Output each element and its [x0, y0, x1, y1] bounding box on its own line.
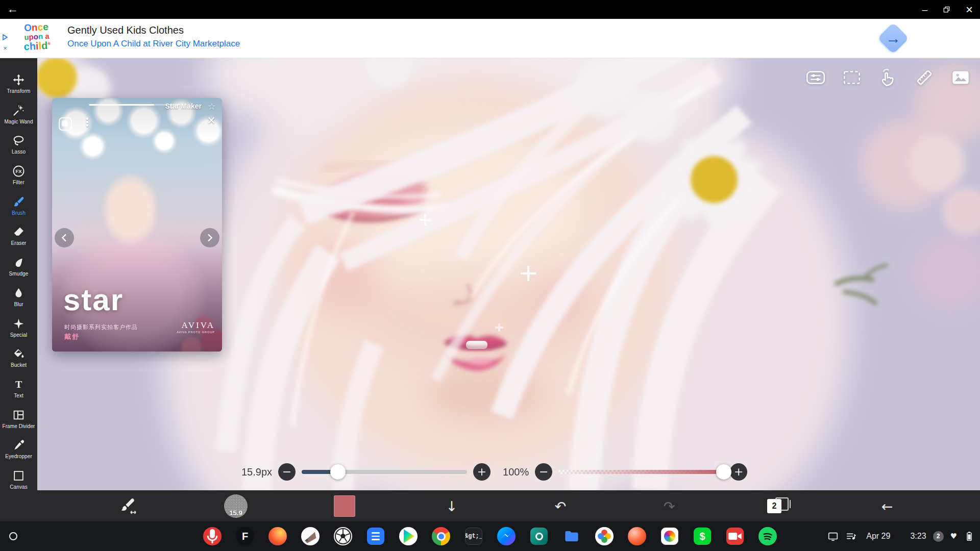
tool-frame-divider[interactable]: Frame Divider: [0, 406, 37, 436]
opacity-decrease-button[interactable]: −: [535, 463, 552, 481]
tray-time[interactable]: 3:23: [910, 532, 926, 541]
tool-blur[interactable]: Blur: [0, 284, 37, 314]
tool-eraser[interactable]: Eraser: [0, 222, 37, 253]
canvas-hud-icons: [804, 66, 972, 89]
brush-size-decrease-button[interactable]: −: [278, 463, 296, 481]
ad-dismiss-icon[interactable]: ×: [3, 45, 7, 52]
drawing-canvas[interactable]: Star Maker ☆ ⋮ × star 时尚摄影系列实拍客户作品 戴舒 AV…: [37, 58, 980, 490]
tool-transform[interactable]: Transform: [0, 70, 37, 101]
folder-icon: [562, 527, 581, 545]
gesture-button[interactable]: [877, 66, 899, 89]
ad-link[interactable]: Once Upon A Child at River City Marketpl…: [67, 39, 240, 49]
f-app-icon[interactable]: F: [235, 526, 255, 546]
smudge-icon: [12, 256, 25, 269]
undo-button[interactable]: ↶: [555, 499, 567, 513]
star-icon[interactable]: ☆: [208, 101, 216, 112]
spotify-app-icon[interactable]: [757, 526, 778, 546]
back-button[interactable]: ←: [7, 3, 18, 16]
popup-ad-card[interactable]: Star Maker ☆ ⋮ × star 时尚摄影系列实拍客户作品 戴舒 AV…: [52, 98, 222, 352]
video-camera-app-icon[interactable]: [725, 526, 745, 546]
reference-image-button[interactable]: [949, 66, 972, 89]
lasso-icon: [12, 134, 25, 147]
launcher-button[interactable]: [6, 529, 20, 543]
recorder-app-icon[interactable]: [202, 526, 223, 546]
cash-app-icon[interactable]: $: [692, 526, 713, 546]
eraser-icon: [12, 226, 25, 238]
opacity-slider[interactable]: [558, 470, 724, 474]
ad-visit-button[interactable]: →: [879, 24, 908, 53]
tool-filter[interactable]: FX Filter: [0, 162, 37, 192]
brush-hud: 15.9px − + 100% − +: [241, 461, 747, 483]
opacity-value: 100%: [503, 466, 529, 478]
layers-button[interactable]: 2: [767, 497, 789, 515]
ibispaint-app-icon[interactable]: [659, 526, 680, 546]
tool-eyedropper[interactable]: Eyedropper: [0, 436, 37, 466]
camera-app-icon[interactable]: [529, 526, 549, 546]
ad-title: Gently Used Kids Clothes: [67, 24, 240, 36]
brush-size-thumb[interactable]: [330, 464, 346, 480]
play-store-app-icon[interactable]: [398, 526, 419, 546]
sparkle-icon: [12, 317, 25, 330]
ad-brand-block: AVIVA AVIVA PHOTO GROUP: [177, 320, 215, 334]
tool-smudge[interactable]: Smudge: [0, 253, 37, 284]
selection-button[interactable]: [841, 66, 863, 89]
back-panel-button[interactable]: ←: [881, 499, 893, 513]
tool-special[interactable]: Special: [0, 314, 37, 345]
ad-prev-button[interactable]: [55, 228, 74, 247]
cast-icon[interactable]: [827, 531, 839, 542]
window-controls: – ×: [922, 0, 973, 19]
ad-thumbnail-icon[interactable]: [59, 117, 72, 131]
pencil-icon: [301, 527, 320, 545]
ad-menu-icon[interactable]: ⋮: [82, 116, 93, 129]
docs-app-icon[interactable]: [365, 526, 386, 546]
ad-next-button[interactable]: [200, 228, 219, 247]
pinned-apps: F &gt;_ $: [202, 526, 778, 546]
magic-wand-icon: [12, 104, 25, 117]
soccer-app-icon[interactable]: [333, 526, 353, 546]
window-titlebar: ← – ×: [0, 0, 980, 19]
brush-preview-button[interactable]: 15.9: [224, 494, 248, 518]
chrome-app-icon[interactable]: [431, 526, 451, 546]
firefox-app-icon[interactable]: [267, 526, 288, 546]
ad-brand-sub: AVIVA PHOTO GROUP: [177, 331, 215, 334]
tool-bucket[interactable]: Bucket: [0, 344, 37, 375]
photos-app-icon[interactable]: [594, 526, 615, 546]
messenger-app-icon[interactable]: [496, 526, 517, 546]
files-app-icon[interactable]: [561, 526, 582, 546]
close-window-button[interactable]: ×: [966, 4, 973, 16]
current-color-swatch: [334, 495, 355, 517]
restore-icon: [943, 6, 950, 13]
ad-close-button[interactable]: ×: [207, 114, 215, 128]
tool-magic-wand[interactable]: Magic Wand: [0, 101, 37, 132]
spotify-waves-icon: [758, 527, 777, 545]
system-tray[interactable]: Apr 29 3:23 2 ♥: [827, 521, 975, 551]
color-swatch-button[interactable]: [334, 495, 355, 517]
tool-lasso[interactable]: Lasso: [0, 131, 37, 162]
tool-canvas[interactable]: Canvas: [0, 466, 37, 497]
brush-size-slider[interactable]: [302, 470, 467, 474]
pencil-app-icon[interactable]: [300, 526, 321, 546]
tray-date[interactable]: Apr 29: [866, 532, 890, 541]
restore-button[interactable]: [943, 6, 950, 13]
ruler-button[interactable]: [913, 66, 936, 89]
brush-size-increase-button[interactable]: +: [473, 463, 491, 481]
ad-caption-1: 时尚摄影系列实拍客户作品: [64, 323, 138, 331]
orange-ball-app-icon[interactable]: [627, 526, 647, 546]
opacity-increase-button[interactable]: +: [730, 463, 747, 481]
hide-panel-button[interactable]: ↓: [446, 499, 458, 513]
adchoices-controls: ×: [2, 33, 8, 52]
tool-sidebar: Transform Magic Wand Lasso FX Filter Bru…: [0, 58, 37, 521]
notification-badge[interactable]: 2: [933, 531, 944, 542]
brush-transform-toggle-button[interactable]: [118, 496, 138, 516]
marquee-icon: [841, 67, 863, 88]
battery-icon: [964, 531, 975, 542]
tool-text[interactable]: T Text: [0, 375, 37, 406]
media-queue-icon[interactable]: [845, 531, 856, 542]
terminal-app-icon[interactable]: &gt;_: [463, 526, 484, 546]
adchoices-icon[interactable]: [2, 33, 8, 42]
opacity-thumb[interactable]: [716, 464, 731, 480]
tool-brush[interactable]: Brush: [0, 192, 37, 223]
minimize-button[interactable]: –: [922, 5, 927, 14]
redo-button[interactable]: ↷: [664, 499, 675, 513]
adjust-panel-button[interactable]: [804, 66, 827, 89]
